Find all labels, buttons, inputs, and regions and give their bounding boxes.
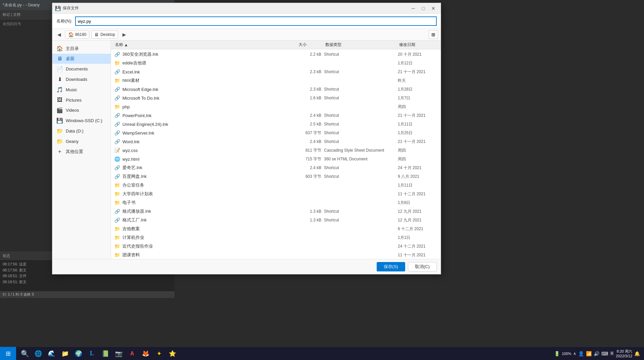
back-button[interactable]: ◀	[55, 31, 63, 39]
sidebar-item-home[interactable]: 🏠 主目录	[52, 43, 111, 54]
col-header-date[interactable]: 修改日期	[398, 42, 438, 48]
taskbar-app-adobe[interactable]: A	[126, 348, 138, 360]
file-item[interactable]: 📁 团课资料 11 十一月 2021	[111, 251, 441, 259]
view-toggle-button[interactable]: ⊞	[429, 30, 438, 39]
file-icon: 📁	[114, 252, 120, 258]
file-icon: 📁	[114, 103, 120, 110]
taskbar-app-camera[interactable]: 📷	[113, 348, 125, 360]
home-location-button[interactable]: 🏠 86180	[65, 31, 89, 39]
col-header-size[interactable]: 大小	[297, 42, 324, 48]
file-icon: 🔗	[114, 208, 120, 215]
sidebar-item-pictures[interactable]: 🖼 Pictures	[52, 95, 111, 105]
file-list[interactable]: 🔗 360安全浏览器.lnk 2.2 kB Shortcut 20 十月 202…	[111, 49, 441, 259]
taskbar-app-geany[interactable]: ⭐	[166, 348, 178, 360]
file-item[interactable]: 🔗 360安全浏览器.lnk 2.2 kB Shortcut 20 十月 202…	[111, 50, 441, 59]
file-type: 360 se HTML Document	[324, 157, 398, 161]
file-item[interactable]: 📁 html素材 昨天	[111, 76, 441, 85]
sidebar: 🏠 主目录 🖥 桌面 📄 Documents ⬇ Downloads 🎵 Mus…	[52, 41, 111, 259]
sidebar-item-windows-ssd[interactable]: 💾 Windows-SSD (C:)	[52, 115, 111, 126]
other-locations-icon: +	[56, 149, 63, 155]
notification-icon[interactable]: 🔔	[634, 351, 640, 356]
sidebar-item-music[interactable]: 🎵 Music	[52, 85, 111, 95]
file-item[interactable]: 📁 吉他教案 6 十二月 2021	[111, 224, 441, 233]
sidebar-item-other[interactable]: + 其他位置	[52, 147, 111, 157]
tray-user-icon: 👤	[578, 351, 584, 356]
file-list-area: 名称 ▲ 大小 数据类型 修改日期 🔗 360安全浏览器.lnk 2.2 kB …	[111, 41, 441, 259]
file-size: 2.5 kB	[297, 122, 324, 126]
taskbar-firefox[interactable]: 🦊	[140, 348, 152, 360]
file-name: 吉他教案	[122, 226, 297, 232]
filename-input[interactable]	[75, 16, 437, 26]
sidebar-item-data-d[interactable]: 📁 Data (D:)	[52, 126, 111, 136]
file-type: Shortcut	[324, 174, 398, 179]
start-icon: ⊞	[6, 350, 11, 357]
file-name: 百度网盘.lnk	[122, 173, 297, 179]
dialog-title-icon: 💾	[55, 6, 61, 11]
taskbar-app-green[interactable]: 📗	[99, 348, 111, 360]
file-name: Microsoft Edge.lnk	[122, 87, 297, 92]
taskbar-edge[interactable]: 🌊	[46, 348, 58, 360]
sidebar-item-downloads[interactable]: ⬇ Downloads	[52, 74, 111, 85]
file-size: 2.3 kB	[297, 87, 324, 92]
file-size: 2.2 kB	[297, 52, 324, 57]
close-button[interactable]: ✕	[429, 4, 438, 12]
cancel-button[interactable]: 取消(C)	[408, 262, 437, 271]
file-item[interactable]: 🔗 爱奇艺.lnk 2.4 kB Shortcut 24 十月 2021	[111, 163, 441, 172]
file-type: Shortcut	[324, 218, 398, 222]
file-item[interactable]: 🔗 Microsoft To Do.lnk 1.6 kB Shortcut 1月…	[111, 94, 441, 102]
col-header-type[interactable]: 数据类型	[324, 42, 398, 48]
tray-expand[interactable]: ∧	[573, 351, 576, 356]
file-item[interactable]: 📁 大学四年计划表 11 十二月 2021	[111, 190, 441, 198]
taskbar-ie2[interactable]: 🌍	[72, 348, 85, 360]
taskbar-app-star[interactable]: ✦	[153, 348, 165, 360]
file-item[interactable]: 📁 近代史报告作业 24 十二月 2021	[111, 242, 441, 251]
desktop-location-button[interactable]: 🖥 Desktop	[91, 31, 118, 39]
forward-button[interactable]: ▶	[120, 31, 128, 39]
taskbar-edge2[interactable]: L	[86, 348, 98, 360]
file-size: 1.3 kB	[297, 209, 324, 214]
taskbar-explorer[interactable]: 📁	[59, 348, 71, 360]
file-item[interactable]: 🔗 格式工厂.lnk 1.3 kB Shortcut 12 九月 2021	[111, 216, 441, 224]
dialog-title-text: 保存文件	[63, 5, 409, 11]
save-button[interactable]: 保存(S)	[377, 262, 405, 271]
battery-icon: 🔋	[554, 351, 560, 356]
taskbar-ie[interactable]: 🌐	[32, 348, 44, 360]
taskbar-clock[interactable]: 8:20 周六 2022/3/12	[616, 349, 632, 358]
file-item[interactable]: 🔗 Microsoft Edge.lnk 2.3 kB Shortcut 1月2…	[111, 85, 441, 94]
sidebar-item-documents[interactable]: 📄 Documents	[52, 64, 111, 74]
file-item[interactable]: 📁 电子书 1月8日	[111, 198, 441, 207]
file-item[interactable]: 🔗 WampServer.lnk 637 字节 Shortcut 1月25日	[111, 128, 441, 137]
file-icon: 🔗	[114, 138, 120, 145]
file-item[interactable]: 📁 办公室任务 1月11日	[111, 181, 441, 190]
file-date: 12 九月 2021	[398, 217, 438, 223]
taskbar-search[interactable]: 🔍	[19, 348, 31, 360]
sidebar-item-videos[interactable]: 🎬 Videos	[52, 105, 111, 115]
file-item[interactable]: 🔗 PowerPoint.lnk 2.4 kB Shortcut 21 十一月 …	[111, 111, 441, 120]
file-item[interactable]: 📁 计算机作业 1月1日	[111, 233, 441, 242]
file-type: Shortcut	[324, 131, 398, 135]
file-item[interactable]: 📁 php 周四	[111, 102, 441, 111]
sidebar-item-geany[interactable]: 📁 Geany	[52, 136, 111, 147]
save-file-dialog: 💾 保存文件 ─ □ ✕ 名称(N): ◀ 🏠 86180 🖥 Desktop …	[52, 3, 441, 274]
file-item[interactable]: 🔗 百度网盘.lnk 603 字节 Shortcut 9 八月 2021	[111, 172, 441, 181]
file-item[interactable]: 🔗 格式播放器.lnk 1.3 kB Shortcut 12 九月 2021	[111, 207, 441, 216]
minimize-button[interactable]: ─	[409, 4, 418, 12]
file-icon: 🔗	[114, 68, 120, 75]
file-icon: 📁	[114, 234, 120, 241]
file-item[interactable]: 🔗 Excel.lnk 2.3 kB Shortcut 21 十一月 2021	[111, 67, 441, 76]
file-item[interactable]: 🔗 Unreal Engine(4.24).lnk 2.5 kB Shortcu…	[111, 120, 441, 128]
col-header-name[interactable]: 名称 ▲	[114, 42, 297, 48]
videos-icon: 🎬	[56, 107, 63, 113]
sidebar-item-desktop[interactable]: 🖥 桌面	[52, 54, 111, 64]
file-date: 11 十一月 2021	[398, 252, 438, 258]
start-button[interactable]: ⊞	[0, 347, 16, 360]
maximize-button[interactable]: □	[419, 4, 428, 12]
file-item[interactable]: 🔗 Word.lnk 2.4 kB Shortcut 21 十一月 2021	[111, 137, 441, 146]
file-item[interactable]: 📁 eddie吉他谱 1月12日	[111, 59, 441, 67]
file-size: 2.4 kB	[297, 139, 324, 144]
dialog-titlebar: 💾 保存文件 ─ □ ✕	[52, 3, 441, 14]
file-item[interactable]: 📝 wyz.css 811 字节 Cascading Style Sheet D…	[111, 146, 441, 155]
file-item[interactable]: 🌐 wyz.html 715 字节 360 se HTML Document 周…	[111, 155, 441, 163]
file-size: 811 字节	[297, 148, 324, 153]
geany-panel-content: 未找到符号	[0, 19, 53, 29]
